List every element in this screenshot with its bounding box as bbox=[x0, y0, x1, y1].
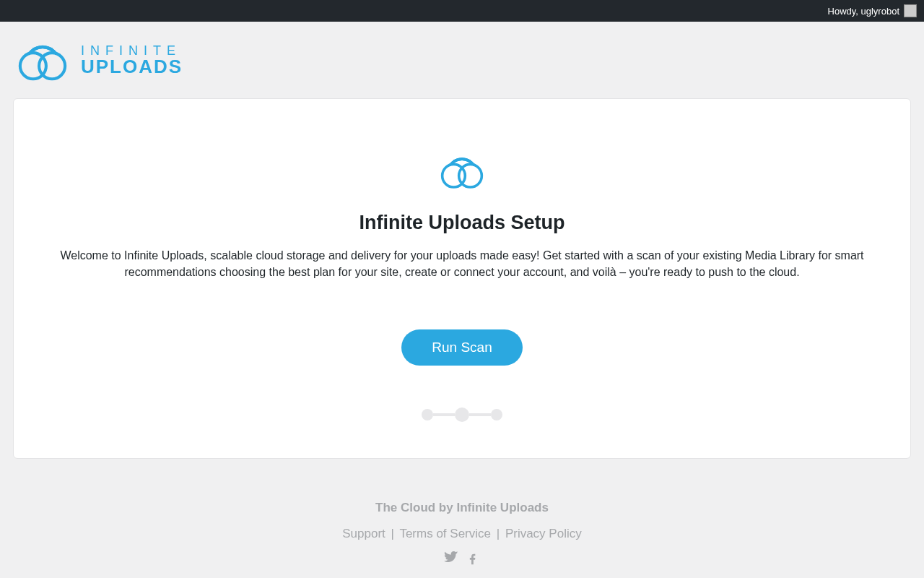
twitter-icon[interactable] bbox=[444, 551, 458, 569]
svg-point-1 bbox=[39, 53, 65, 79]
footer: The Cloud by Infinite Uploads Support | … bbox=[13, 501, 911, 569]
brand-text: INFINITE UPLOADS bbox=[81, 44, 183, 76]
run-scan-button[interactable]: Run Scan bbox=[401, 329, 522, 366]
setup-description: Welcome to Infinite Uploads, scalable cl… bbox=[54, 247, 870, 280]
step-line bbox=[433, 413, 455, 416]
brand-line2: UPLOADS bbox=[81, 57, 183, 76]
tos-link[interactable]: Terms of Service bbox=[399, 527, 491, 540]
brand-header: INFINITE UPLOADS bbox=[13, 36, 911, 84]
progress-stepper bbox=[43, 407, 881, 422]
step-dot-1 bbox=[422, 409, 433, 420]
admin-bar: Howdy, uglyrobot bbox=[0, 0, 924, 22]
page-wrap: INFINITE UPLOADS Infinite Uploads Setup … bbox=[0, 22, 924, 569]
card-logo-icon bbox=[43, 150, 881, 194]
setup-card: Infinite Uploads Setup Welcome to Infini… bbox=[13, 98, 911, 459]
step-dot-3 bbox=[491, 409, 502, 420]
footer-title: The Cloud by Infinite Uploads bbox=[13, 501, 911, 515]
separator: | bbox=[497, 527, 500, 540]
svg-point-3 bbox=[459, 164, 482, 187]
facebook-icon[interactable] bbox=[466, 551, 480, 569]
footer-social bbox=[13, 551, 911, 569]
footer-links: Support | Terms of Service | Privacy Pol… bbox=[13, 527, 911, 541]
avatar bbox=[904, 4, 917, 17]
privacy-link[interactable]: Privacy Policy bbox=[505, 527, 582, 540]
step-line bbox=[469, 413, 491, 416]
admin-user-menu[interactable]: Howdy, uglyrobot bbox=[828, 4, 917, 17]
infinite-uploads-logo-icon bbox=[13, 36, 72, 84]
setup-title: Infinite Uploads Setup bbox=[43, 212, 881, 234]
admin-greeting: Howdy, uglyrobot bbox=[828, 6, 899, 17]
support-link[interactable]: Support bbox=[342, 527, 385, 540]
step-dot-2 bbox=[455, 407, 469, 422]
separator: | bbox=[391, 527, 394, 540]
